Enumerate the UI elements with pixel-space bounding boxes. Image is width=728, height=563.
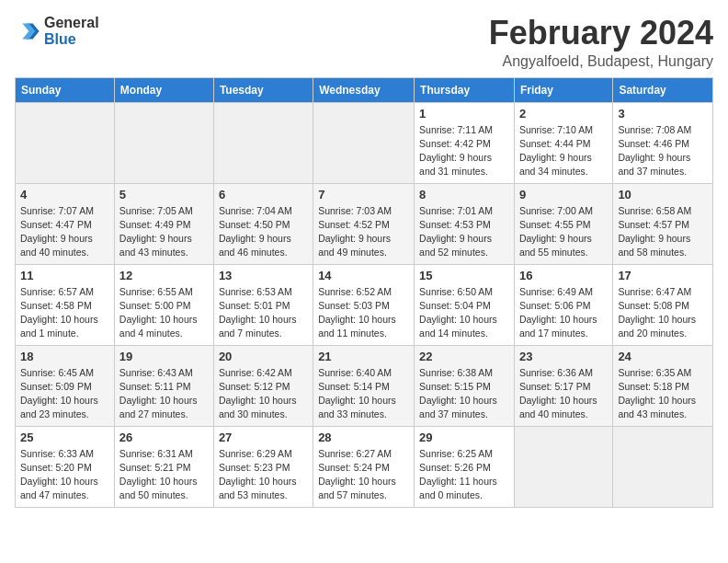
day-info: Sunrise: 6:35 AMSunset: 5:18 PMDaylight:… xyxy=(618,366,708,422)
day-info: Sunrise: 7:00 AMSunset: 4:55 PMDaylight:… xyxy=(519,204,608,260)
calendar-week-row: 1Sunrise: 7:11 AMSunset: 4:42 PMDaylight… xyxy=(16,102,713,183)
day-info: Sunrise: 7:04 AMSunset: 4:50 PMDaylight:… xyxy=(219,204,308,260)
calendar-cell xyxy=(613,426,713,507)
calendar-week-row: 11Sunrise: 6:57 AMSunset: 4:58 PMDayligh… xyxy=(16,264,713,345)
day-number: 18 xyxy=(20,350,109,363)
day-info: Sunrise: 6:45 AMSunset: 5:09 PMDaylight:… xyxy=(20,366,109,422)
day-info: Sunrise: 6:43 AMSunset: 5:11 PMDaylight:… xyxy=(119,366,209,422)
day-info: Sunrise: 6:50 AMSunset: 5:04 PMDaylight:… xyxy=(419,285,509,341)
day-info: Sunrise: 7:11 AMSunset: 4:42 PMDaylight:… xyxy=(419,123,509,179)
day-info: Sunrise: 6:40 AMSunset: 5:14 PMDaylight:… xyxy=(318,366,409,422)
day-number: 25 xyxy=(20,431,109,444)
day-number: 4 xyxy=(20,188,109,201)
calendar-cell: 17Sunrise: 6:47 AMSunset: 5:08 PMDayligh… xyxy=(613,264,713,345)
calendar-cell xyxy=(514,426,612,507)
calendar-week-row: 25Sunrise: 6:33 AMSunset: 5:20 PMDayligh… xyxy=(16,426,713,507)
weekday-header: Wednesday xyxy=(313,77,415,102)
calendar-cell xyxy=(16,102,115,183)
weekday-header: Tuesday xyxy=(213,77,313,102)
day-number: 9 xyxy=(519,188,608,201)
day-number: 2 xyxy=(519,107,608,121)
calendar-cell: 16Sunrise: 6:49 AMSunset: 5:06 PMDayligh… xyxy=(514,264,612,345)
day-number: 6 xyxy=(219,188,308,201)
logo: General Blue xyxy=(15,15,99,48)
day-info: Sunrise: 7:07 AMSunset: 4:47 PMDaylight:… xyxy=(20,204,109,260)
day-number: 16 xyxy=(519,269,608,282)
day-number: 12 xyxy=(119,269,209,282)
calendar-cell: 26Sunrise: 6:31 AMSunset: 5:21 PMDayligh… xyxy=(114,426,213,507)
calendar-week-row: 18Sunrise: 6:45 AMSunset: 5:09 PMDayligh… xyxy=(16,345,713,426)
calendar-cell: 22Sunrise: 6:38 AMSunset: 5:15 PMDayligh… xyxy=(415,345,515,426)
day-info: Sunrise: 6:27 AMSunset: 5:24 PMDaylight:… xyxy=(318,447,409,503)
logo-text: General Blue xyxy=(44,15,99,48)
day-info: Sunrise: 6:38 AMSunset: 5:15 PMDaylight:… xyxy=(419,366,509,422)
calendar-cell: 14Sunrise: 6:52 AMSunset: 5:03 PMDayligh… xyxy=(313,264,415,345)
day-info: Sunrise: 7:10 AMSunset: 4:44 PMDaylight:… xyxy=(519,123,608,179)
day-number: 5 xyxy=(119,188,209,201)
weekday-header: Thursday xyxy=(415,77,515,102)
day-number: 27 xyxy=(219,431,308,444)
day-number: 23 xyxy=(519,350,608,363)
calendar-cell: 19Sunrise: 6:43 AMSunset: 5:11 PMDayligh… xyxy=(114,345,213,426)
logo-icon xyxy=(15,18,40,44)
calendar-cell xyxy=(114,102,213,183)
day-info: Sunrise: 7:05 AMSunset: 4:49 PMDaylight:… xyxy=(119,204,209,260)
calendar-cell: 10Sunrise: 6:58 AMSunset: 4:57 PMDayligh… xyxy=(613,183,713,264)
calendar-cell: 27Sunrise: 6:29 AMSunset: 5:23 PMDayligh… xyxy=(213,426,313,507)
day-info: Sunrise: 7:08 AMSunset: 4:46 PMDaylight:… xyxy=(618,123,708,179)
day-info: Sunrise: 6:53 AMSunset: 5:01 PMDaylight:… xyxy=(219,285,308,341)
day-number: 17 xyxy=(618,269,708,282)
calendar-cell: 2Sunrise: 7:10 AMSunset: 4:44 PMDaylight… xyxy=(514,102,612,183)
calendar-cell: 13Sunrise: 6:53 AMSunset: 5:01 PMDayligh… xyxy=(213,264,313,345)
calendar-cell: 12Sunrise: 6:55 AMSunset: 5:00 PMDayligh… xyxy=(114,264,213,345)
month-title: February 2024 xyxy=(489,15,713,52)
day-info: Sunrise: 7:01 AMSunset: 4:53 PMDaylight:… xyxy=(419,204,509,260)
day-number: 15 xyxy=(419,269,509,282)
day-number: 24 xyxy=(618,350,708,363)
day-number: 7 xyxy=(318,188,409,201)
weekday-header: Friday xyxy=(514,77,612,102)
calendar-cell: 29Sunrise: 6:25 AMSunset: 5:26 PMDayligh… xyxy=(415,426,515,507)
calendar-cell: 21Sunrise: 6:40 AMSunset: 5:14 PMDayligh… xyxy=(313,345,415,426)
calendar-cell xyxy=(313,102,415,183)
calendar-cell: 5Sunrise: 7:05 AMSunset: 4:49 PMDaylight… xyxy=(114,183,213,264)
day-info: Sunrise: 6:36 AMSunset: 5:17 PMDaylight:… xyxy=(519,366,608,422)
day-info: Sunrise: 7:03 AMSunset: 4:52 PMDaylight:… xyxy=(318,204,409,260)
calendar-cell: 24Sunrise: 6:35 AMSunset: 5:18 PMDayligh… xyxy=(613,345,713,426)
calendar-cell: 25Sunrise: 6:33 AMSunset: 5:20 PMDayligh… xyxy=(16,426,115,507)
calendar-cell: 11Sunrise: 6:57 AMSunset: 4:58 PMDayligh… xyxy=(16,264,115,345)
day-number: 21 xyxy=(318,350,409,363)
day-info: Sunrise: 6:33 AMSunset: 5:20 PMDaylight:… xyxy=(20,447,109,503)
day-info: Sunrise: 6:29 AMSunset: 5:23 PMDaylight:… xyxy=(219,447,308,503)
weekday-header-row: SundayMondayTuesdayWednesdayThursdayFrid… xyxy=(16,77,713,102)
day-info: Sunrise: 6:57 AMSunset: 4:58 PMDaylight:… xyxy=(20,285,109,341)
calendar-cell: 20Sunrise: 6:42 AMSunset: 5:12 PMDayligh… xyxy=(213,345,313,426)
weekday-header: Saturday xyxy=(613,77,713,102)
day-info: Sunrise: 6:58 AMSunset: 4:57 PMDaylight:… xyxy=(618,204,708,260)
day-number: 14 xyxy=(318,269,409,282)
calendar-cell: 3Sunrise: 7:08 AMSunset: 4:46 PMDaylight… xyxy=(613,102,713,183)
calendar-cell: 23Sunrise: 6:36 AMSunset: 5:17 PMDayligh… xyxy=(514,345,612,426)
calendar-week-row: 4Sunrise: 7:07 AMSunset: 4:47 PMDaylight… xyxy=(16,183,713,264)
day-number: 20 xyxy=(219,350,308,363)
day-number: 28 xyxy=(318,431,409,444)
day-info: Sunrise: 6:42 AMSunset: 5:12 PMDaylight:… xyxy=(219,366,308,422)
calendar-table: SundayMondayTuesdayWednesdayThursdayFrid… xyxy=(15,77,713,508)
calendar-cell: 7Sunrise: 7:03 AMSunset: 4:52 PMDaylight… xyxy=(313,183,415,264)
day-info: Sunrise: 6:55 AMSunset: 5:00 PMDaylight:… xyxy=(119,285,209,341)
calendar-cell: 8Sunrise: 7:01 AMSunset: 4:53 PMDaylight… xyxy=(415,183,515,264)
day-number: 22 xyxy=(419,350,509,363)
calendar-cell: 15Sunrise: 6:50 AMSunset: 5:04 PMDayligh… xyxy=(415,264,515,345)
day-info: Sunrise: 6:25 AMSunset: 5:26 PMDaylight:… xyxy=(419,447,509,503)
location-title: Angyalfoeld, Budapest, Hungary xyxy=(489,53,713,70)
day-number: 29 xyxy=(419,431,509,444)
day-info: Sunrise: 6:52 AMSunset: 5:03 PMDaylight:… xyxy=(318,285,409,341)
calendar-cell: 1Sunrise: 7:11 AMSunset: 4:42 PMDaylight… xyxy=(415,102,515,183)
calendar-cell: 18Sunrise: 6:45 AMSunset: 5:09 PMDayligh… xyxy=(16,345,115,426)
day-number: 8 xyxy=(419,188,509,201)
title-block: February 2024 Angyalfoeld, Budapest, Hun… xyxy=(489,15,713,70)
day-number: 1 xyxy=(419,107,509,121)
day-number: 19 xyxy=(119,350,209,363)
day-number: 11 xyxy=(20,269,109,282)
day-info: Sunrise: 6:49 AMSunset: 5:06 PMDaylight:… xyxy=(519,285,608,341)
